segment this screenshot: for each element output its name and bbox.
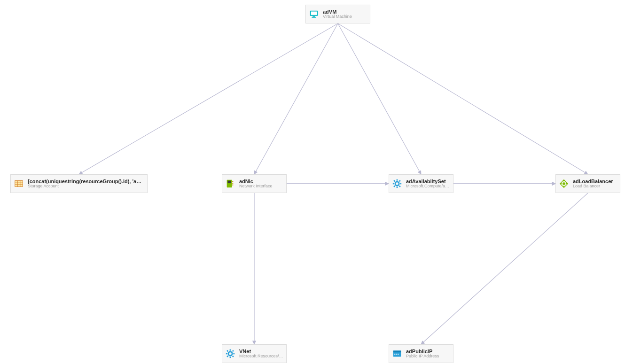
node-subtitle: Storage Account	[28, 184, 144, 189]
svg-line-35	[233, 356, 234, 357]
node-availset[interactable]: adAvailabiltySetMicrosoft.Compute/ava...	[389, 174, 453, 193]
svg-line-21	[399, 180, 400, 181]
edge-advm-availset	[338, 23, 421, 174]
svg-rect-2	[312, 16, 315, 17]
svg-rect-13	[232, 185, 234, 186]
node-title: adLoadBalancer	[573, 178, 613, 184]
svg-line-36	[233, 350, 234, 351]
svg-line-37	[227, 356, 228, 357]
node-advm[interactable]: adVMVirtual Machine	[305, 5, 370, 23]
svg-rect-42	[398, 354, 399, 355]
edge-loadbal-publicip	[421, 193, 588, 344]
node-subtitle: Virtual Machine	[323, 15, 352, 19]
svg-point-24	[562, 182, 565, 185]
edge-advm-storage	[79, 23, 338, 174]
node-subtitle: Microsoft.Resources/d...	[239, 354, 283, 359]
gear-icon	[225, 349, 235, 359]
svg-line-22	[394, 186, 395, 187]
node-subtitle: Microsoft.Compute/ava...	[406, 184, 450, 189]
node-storage[interactable]: [concat(uniquestring(resourceGroup().id)…	[10, 174, 148, 193]
svg-rect-3	[312, 17, 316, 17]
svg-point-29	[228, 352, 232, 356]
node-title: VNet	[239, 349, 283, 354]
node-loadbal[interactable]: adLoadBalancerLoad Balancer	[555, 174, 620, 193]
gear-icon	[392, 178, 402, 189]
node-subtitle: Network Interface	[239, 184, 273, 189]
svg-point-14	[395, 182, 399, 186]
svg-rect-11	[232, 181, 234, 182]
ip-icon	[392, 349, 402, 359]
svg-line-34	[227, 350, 228, 351]
svg-line-20	[399, 186, 400, 187]
svg-rect-12	[232, 183, 234, 184]
svg-rect-4	[15, 181, 23, 187]
svg-point-25	[563, 180, 564, 181]
node-title: adNic	[239, 178, 273, 184]
node-title: adPublicIP	[406, 349, 439, 354]
svg-rect-39	[393, 351, 401, 353]
node-subtitle: Public IP Address	[406, 354, 439, 359]
svg-point-26	[563, 186, 564, 187]
node-subtitle: Load Balancer	[573, 184, 613, 189]
node-vnet[interactable]: VNetMicrosoft.Resources/d...	[222, 344, 287, 363]
svg-point-27	[561, 183, 562, 184]
node-adnic[interactable]: adNicNetwork Interface	[222, 174, 287, 193]
svg-rect-1	[311, 12, 317, 15]
lb-icon	[559, 178, 569, 189]
svg-point-28	[566, 183, 567, 184]
svg-rect-40	[394, 354, 396, 355]
node-publicip[interactable]: adPublicIPPublic IP Address	[389, 344, 453, 363]
node-title: adAvailabiltySet	[406, 178, 450, 184]
storage-icon	[14, 178, 24, 189]
edge-advm-loadbal	[338, 23, 588, 174]
nic-icon	[225, 178, 235, 189]
edge-advm-adnic	[254, 23, 338, 174]
svg-rect-41	[396, 354, 397, 355]
node-title: [concat(uniquestring(resourceGroup().id)…	[28, 178, 144, 184]
node-title: adVM	[323, 9, 352, 15]
vm-icon	[309, 9, 319, 19]
svg-rect-10	[228, 181, 231, 184]
svg-line-19	[394, 180, 395, 181]
